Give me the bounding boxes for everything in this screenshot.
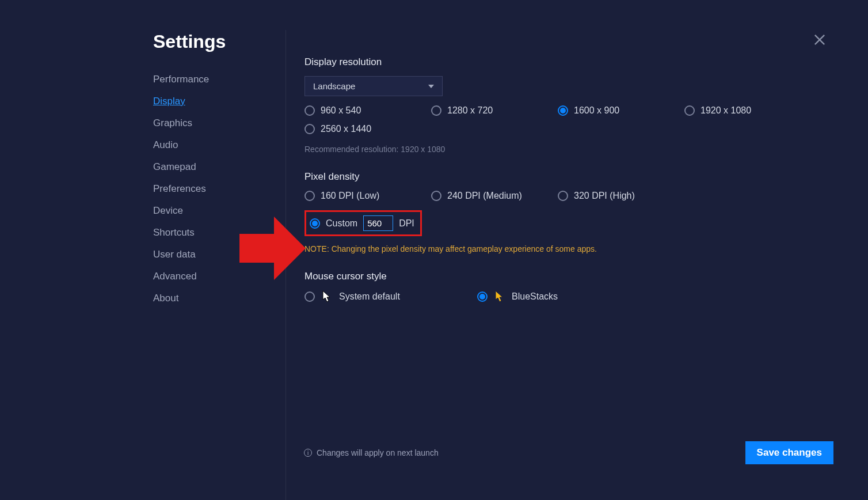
dpi-radio-320[interactable]: 320 DPI (High)	[558, 191, 684, 201]
sidebar-item-device[interactable]: Device	[153, 205, 285, 217]
radio-icon	[431, 105, 441, 116]
cursor-radio-bluestacks[interactable]: BlueStacks	[477, 290, 650, 303]
recommended-resolution-hint: Recommended resolution: 1920 x 1080	[304, 145, 833, 154]
orientation-selected: Landscape	[313, 81, 355, 91]
resolution-radio-1600x900[interactable]: 1600 x 900	[558, 105, 684, 116]
radio-icon	[684, 105, 695, 116]
sidebar-item-about[interactable]: About	[153, 293, 285, 304]
radio-icon	[431, 191, 441, 201]
orientation-dropdown[interactable]: Landscape	[304, 76, 443, 96]
info-icon: i	[304, 449, 312, 457]
sidebar-item-performance[interactable]: Performance	[153, 74, 285, 85]
dpi-custom-container: Custom DPI	[304, 210, 422, 236]
section-title: Display resolution	[304, 56, 833, 68]
section-pixel-density: Pixel density 160 DPI (Low) 240 DPI (Med…	[304, 171, 833, 253]
settings-sidebar: Performance Display Graphics Audio Gamep…	[0, 30, 286, 500]
chevron-down-icon	[428, 85, 434, 88]
sidebar-item-advanced[interactable]: Advanced	[153, 271, 285, 282]
radio-icon	[558, 105, 568, 116]
section-display-resolution: Display resolution Landscape 960 x 540 1…	[304, 56, 833, 154]
footer-note: i Changes will apply on next launch	[304, 448, 439, 457]
section-mouse-cursor: Mouse cursor style System default BlueSt…	[304, 271, 833, 311]
sidebar-item-user-data[interactable]: User data	[153, 249, 285, 260]
pixel-density-note: NOTE: Changing the pixel density may aff…	[304, 244, 833, 253]
save-changes-button[interactable]: Save changes	[745, 441, 833, 464]
resolution-radio-2560x1440[interactable]: 2560 x 1440	[304, 124, 431, 134]
radio-icon	[304, 105, 315, 116]
radio-icon	[477, 291, 488, 302]
cursor-radio-system[interactable]: System default	[304, 290, 477, 303]
section-title: Mouse cursor style	[304, 271, 833, 282]
dpi-radio-160[interactable]: 160 DPI (Low)	[304, 191, 431, 201]
dpi-radio-custom[interactable]: Custom	[310, 218, 357, 229]
resolution-radio-1280x720[interactable]: 1280 x 720	[431, 105, 558, 116]
radio-icon	[304, 124, 315, 134]
sidebar-item-audio[interactable]: Audio	[153, 139, 285, 151]
radio-icon	[558, 191, 568, 201]
cursor-bluestacks-icon	[494, 290, 505, 303]
section-title: Pixel density	[304, 171, 833, 183]
cursor-system-icon	[322, 290, 332, 303]
dpi-unit-label: DPI	[399, 218, 414, 229]
radio-icon	[310, 218, 320, 229]
dpi-radio-240[interactable]: 240 DPI (Medium)	[431, 191, 558, 201]
sidebar-item-gamepad[interactable]: Gamepad	[153, 161, 285, 173]
radio-icon	[304, 191, 315, 201]
sidebar-item-graphics[interactable]: Graphics	[153, 118, 285, 129]
custom-dpi-input[interactable]	[363, 215, 393, 231]
sidebar-item-preferences[interactable]: Preferences	[153, 183, 285, 195]
sidebar-item-shortcuts[interactable]: Shortcuts	[153, 227, 285, 238]
resolution-radio-1920x1080[interactable]: 1920 x 1080	[684, 105, 811, 116]
sidebar-item-display[interactable]: Display	[153, 96, 285, 107]
radio-icon	[304, 291, 315, 302]
resolution-radio-960x540[interactable]: 960 x 540	[304, 105, 431, 116]
